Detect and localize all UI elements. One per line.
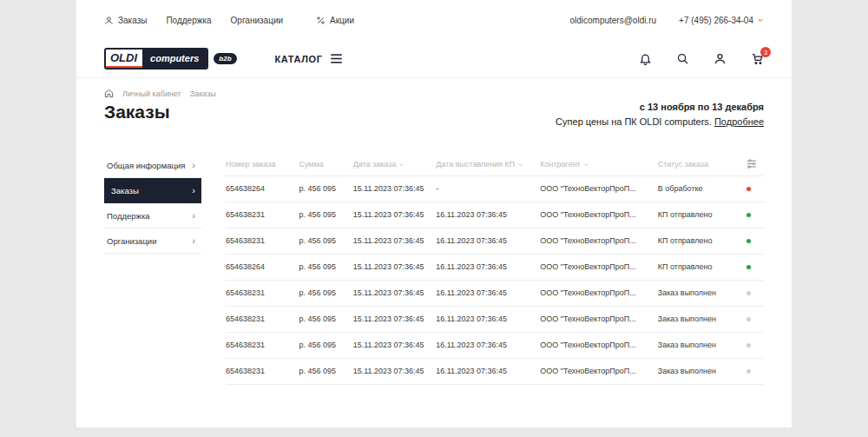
catalog-button[interactable]: КАТАЛОГ [275,53,344,64]
breadcrumb-personal-cabinet[interactable]: Личный кабинет [122,89,181,98]
breadcrumb-orders: Заказы [190,89,216,98]
table-row[interactable]: 654638231 р. 456 095 15.11.2023 07:36:45… [226,358,764,384]
table-row[interactable]: 654638264 р. 456 095 15.11.2023 07:36:45… [226,175,764,202]
cell-order-date: 15.11.2023 07:36:45 [353,358,437,384]
cell-order-date: 15.11.2023 07:36:45 [353,202,437,228]
chevron-right-icon: › [192,161,195,170]
table-row[interactable]: 654638231 р. 456 095 15.11.2023 07:36:45… [226,228,764,254]
account-icon [713,52,727,65]
cell-order-number: 654638231 [226,358,299,384]
cell-order-date: 15.11.2023 07:36:45 [353,175,437,202]
cell-order-date: 15.11.2023 07:36:45 [353,254,437,280]
sort-chevron-icon [396,160,404,169]
cell-sum: р. 456 095 [299,332,352,358]
sidebar-item-orders[interactable]: Заказы › [104,178,201,203]
cell-kp-date: 16.11.2023 07:36:45 [436,254,540,280]
status-dot [746,343,751,348]
column-label: Контрагент [540,160,581,169]
sidebar-item-general-info[interactable]: Общая информация › [104,153,201,178]
page-title: Заказы [104,102,170,122]
cell-order-number: 654638231 [226,306,299,332]
cell-counterparty: ООО "ТехноВекторПроП... [540,202,658,228]
contact-phone-number: +7 (495) 266-34-04 [679,16,753,25]
cell-order-number: 654638264 [226,254,299,280]
status-dot [746,291,751,295]
table-row[interactable]: 654638264 р. 456 095 15.11.2023 07:36:45… [226,254,764,280]
search-icon [676,52,689,65]
promo-details-link[interactable]: Подробнее [714,116,764,127]
status-dot [746,317,751,321]
cart-button[interactable]: 3 [751,52,764,65]
column-header-order-date[interactable]: Дата заказа [353,153,437,175]
column-label: Дата заказа [353,160,397,169]
status-dot [746,239,751,243]
top-nav-support[interactable]: Поддержка [166,16,211,25]
chevron-down-icon [757,17,764,23]
cell-kp-date: 16.11.2023 07:36:45 [436,332,540,358]
chevron-right-icon: › [192,236,195,246]
breadcrumb: Личный кабинет Заказы [76,89,792,98]
cell-status: Заказ выполнен [658,280,739,306]
contact-phone[interactable]: +7 (495) 266-34-04 [679,16,764,25]
cell-order-number: 654638231 [226,202,299,228]
top-nav-orders-label: Заказы [118,16,147,25]
table-row[interactable]: 654638231 р. 456 095 15.11.2023 07:36:45… [226,202,764,228]
home-icon[interactable] [104,89,114,98]
cell-order-number: 654638231 [226,228,299,254]
top-nav-organizations[interactable]: Организации [231,16,283,25]
promo-dates: с 13 ноября по 13 декабря [556,102,764,112]
contact-email[interactable]: oldicomputers@oldi.ru [569,16,656,25]
chevron-right-icon: › [192,186,195,195]
chevron-right-icon: › [192,211,195,221]
table-row[interactable]: 654638231 р. 456 095 15.11.2023 07:36:45… [226,306,764,332]
b2b-badge: b2b [214,53,236,64]
cell-kp-date: - [436,175,540,202]
top-nav-orders[interactable]: Заказы [104,16,147,25]
column-header-sum: Сумма [299,153,352,175]
account-button[interactable] [713,52,727,65]
account-sidebar: Общая информация › Заказы › Поддержка › … [104,153,201,385]
promo-text: Супер цены на ПК OLDI computers. [556,116,712,127]
cell-sum: р. 456 095 [299,306,352,332]
search-button[interactable] [676,52,689,65]
logo-sub-text: computers [142,50,207,68]
logo-brand-text: OLDI [106,50,142,68]
cell-kp-date: 16.11.2023 07:36:45 [436,306,540,332]
percent-icon [316,16,326,25]
user-icon [104,16,114,25]
status-dot [746,265,751,269]
top-nav: Заказы Поддержка Организации Акции [104,16,354,25]
oldi-logo[interactable]: OLDI computers b2b [104,48,237,70]
table-filter-button[interactable] [739,153,764,175]
bell-icon [639,52,652,65]
sidebar-item-organizations[interactable]: Организации › [104,228,201,254]
cell-status-indicator [739,332,764,358]
promo-line: Супер цены на ПК OLDI computers. Подробн… [556,116,764,127]
sidebar-item-label: Общая информация [107,161,185,170]
column-label: Дата выставления КП [436,160,515,169]
orders-table: Номер заказа Сумма Дата заказа Дата выст… [226,153,764,385]
cell-sum: р. 456 095 [299,175,352,202]
cell-status-indicator [739,306,764,332]
cell-counterparty: ООО "ТехноВекторПроП... [540,332,658,358]
cell-counterparty: ООО "ТехноВекторПроП... [540,254,658,280]
cell-status: Заказ выполнен [658,358,739,384]
column-header-counterparty[interactable]: Контрагент [540,153,658,175]
cell-sum: р. 456 095 [299,358,352,384]
column-header-order-number: Номер заказа [226,153,299,175]
cell-counterparty: ООО "ТехноВекторПроП... [540,358,658,384]
top-nav-promos[interactable]: Акции [316,16,354,25]
notifications-button[interactable] [639,52,652,65]
sidebar-item-support[interactable]: Поддержка › [104,203,201,228]
column-header-kp-date[interactable]: Дата выставления КП [436,153,540,175]
table-row[interactable]: 654638231 р. 456 095 15.11.2023 07:36:45… [226,332,764,358]
cell-status-indicator [739,175,764,202]
cell-counterparty: ООО "ТехноВекторПроП... [540,228,658,254]
cell-kp-date: 16.11.2023 07:36:45 [436,280,540,306]
promo-block: с 13 ноября по 13 декабря Супер цены на … [556,102,764,127]
cell-status-indicator [739,254,764,280]
table-row[interactable]: 654638231 р. 456 095 15.11.2023 07:36:45… [226,280,764,306]
cell-status: КП отправлено [658,228,739,254]
sidebar-item-label: Заказы [111,186,139,195]
orders-table-header-row: Номер заказа Сумма Дата заказа Дата выст… [226,153,764,175]
